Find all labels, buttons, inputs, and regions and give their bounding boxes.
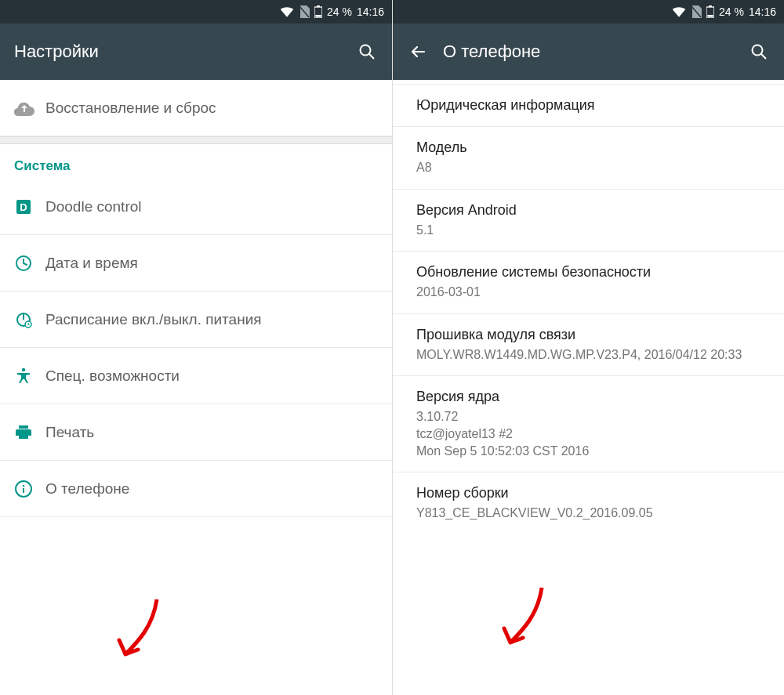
clock: 14:16 (749, 5, 776, 18)
svg-point-3 (361, 45, 371, 56)
svg-text:D: D (20, 201, 27, 213)
search-icon (358, 42, 376, 61)
row-value: 5.1 (416, 222, 760, 239)
status-bar: 24 % 14:16 (393, 0, 784, 24)
battery-icon (314, 5, 322, 18)
row-title: Модель (416, 139, 760, 156)
clock-icon (14, 254, 45, 273)
svg-rect-2 (315, 15, 321, 17)
svg-line-4 (369, 54, 374, 59)
row-accessibility[interactable]: Спец. возможности (0, 348, 392, 404)
search-button[interactable] (356, 41, 378, 63)
battery-percent: 24 % (327, 5, 352, 18)
row-label: Doodle control (45, 198, 378, 215)
row-title: Номер сборки (416, 485, 760, 501)
svg-rect-17 (707, 15, 713, 17)
row-label: О телефоне (45, 480, 378, 498)
about-list: Юридическая информация Модель A8 Версия … (393, 80, 784, 695)
back-button[interactable] (407, 41, 429, 63)
no-sim-icon (299, 5, 310, 18)
row-date-time[interactable]: Дата и время (0, 235, 392, 291)
row-print[interactable]: Печать (0, 404, 392, 461)
accessibility-icon (14, 367, 45, 386)
doodle-icon: D (14, 197, 45, 216)
arrow-back-icon (408, 42, 427, 61)
search-button[interactable] (748, 41, 770, 63)
svg-point-11 (22, 367, 25, 371)
app-bar: О телефоне (393, 24, 784, 80)
row-label: Расписание вкл./выкл. питания (45, 311, 378, 328)
section-label: Система (14, 158, 378, 174)
svg-point-18 (753, 45, 763, 56)
row-label: Дата и время (45, 255, 378, 272)
battery-percent: 24 % (719, 5, 744, 18)
row-kernel-version[interactable]: Версия ядра 3.10.72 tcz@joyatel13 #2 Mon… (393, 376, 784, 472)
row-label: Восстановление и сброс (45, 100, 378, 117)
row-title: Прошивка модуля связи (416, 327, 760, 343)
row-value: MOLY.WR8.W1449.MD.WG.MP.V23.P4, 2016/04/… (416, 346, 760, 364)
row-label: Спец. возможности (45, 367, 378, 385)
cloud-upload-icon (14, 100, 45, 116)
row-android-version[interactable]: Версия Android 5.1 (393, 190, 784, 252)
row-value: 2016-03-01 (416, 284, 760, 301)
row-value: Y813_CE_BLACKVIEW_V0.2_2016.09.05 (416, 505, 760, 522)
row-scheduled-power[interactable]: Расписание вкл./выкл. питания (0, 291, 392, 348)
section-header-system: Система (0, 144, 392, 179)
page-title: Настройки (14, 42, 342, 62)
svg-rect-16 (709, 5, 712, 7)
phone-right: 24 % 14:16 О телефоне Юридическая информ… (392, 0, 784, 695)
svg-rect-14 (23, 488, 24, 493)
row-model[interactable]: Модель A8 (393, 127, 784, 190)
settings-list: Восстановление и сброс Система D Doodle … (0, 80, 392, 695)
row-title: Версия ядра (416, 389, 760, 405)
row-value: A8 (416, 159, 760, 176)
wifi-icon (280, 6, 294, 17)
app-bar: Настройки (0, 24, 392, 80)
search-icon (750, 42, 768, 61)
power-schedule-icon (14, 310, 45, 329)
row-value: 3.10.72 tcz@joyatel13 #2 Mon Sep 5 10:52… (416, 408, 760, 459)
clock: 14:16 (357, 5, 384, 18)
row-legal-info[interactable]: Юридическая информация (393, 85, 784, 127)
row-baseband[interactable]: Прошивка модуля связи MOLY.WR8.W1449.MD.… (393, 314, 784, 377)
row-security-patch[interactable]: Обновление системы безопасности 2016-03-… (393, 252, 784, 314)
info-icon (14, 480, 45, 498)
row-about-phone[interactable]: О телефоне (0, 461, 392, 517)
row-build-number[interactable]: Номер сборки Y813_CE_BLACKVIEW_V0.2_2016… (393, 472, 784, 534)
row-backup-reset[interactable]: Восстановление и сброс (0, 80, 392, 136)
row-title: Юридическая информация (416, 97, 760, 114)
row-title: Обновление системы безопасности (416, 264, 760, 281)
svg-line-19 (761, 54, 766, 59)
page-title: О телефоне (443, 42, 734, 62)
phone-left: 24 % 14:16 Настройки Восстановление и сб… (0, 0, 392, 695)
no-sim-icon (691, 5, 702, 18)
battery-icon (706, 5, 714, 18)
section-divider (0, 136, 392, 144)
row-title: Версия Android (416, 202, 760, 219)
print-icon (14, 423, 45, 442)
svg-rect-1 (317, 5, 320, 7)
svg-point-13 (23, 484, 25, 487)
wifi-icon (672, 6, 686, 17)
status-bar: 24 % 14:16 (0, 0, 392, 24)
row-label: Печать (45, 424, 378, 441)
row-doodle-control[interactable]: D Doodle control (0, 179, 392, 235)
